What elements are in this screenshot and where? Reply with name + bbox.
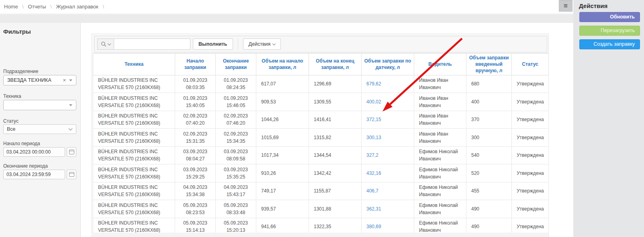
cell-vol-sensor-link[interactable]: 327,2 [362, 146, 414, 164]
cell-start: 02.09.2023 15:31:35 [175, 129, 216, 147]
cell-start: 05.09.2023 08:23:53 [175, 200, 216, 218]
chevron-down-icon [69, 127, 73, 131]
cell-vol-end: 1301,88 [309, 200, 362, 218]
filters-title: Фильтры [3, 28, 31, 35]
cell-technika: BÜHLER INDUSTRIES INC VERSATILE 570 (216… [93, 164, 175, 182]
calendar-icon [69, 150, 74, 154]
refuel-table: Техника Начало заправки Окончание заправ… [93, 53, 549, 236]
breadcrumb-reports[interactable]: Отчеты [28, 4, 46, 10]
period-start-calendar-button[interactable] [67, 147, 76, 157]
clear-icon[interactable]: ✕ [60, 78, 69, 83]
cell-status: Утверждена [512, 182, 549, 200]
cell-technika: BÜHLER INDUSTRIES INC VERSATILE 570 (216… [93, 129, 175, 147]
toolbar-divider [238, 38, 238, 50]
cell-start: 01.09.2023 08:03:35 [175, 75, 216, 93]
table-row: BÜHLER INDUSTRIES INC VERSATILE 570 (216… [93, 146, 549, 164]
table-row: BÜHLER INDUSTRIES INC VERSATILE 570 (216… [93, 164, 549, 182]
cell-vol-manual: 680 [466, 75, 512, 93]
col-vol-sensor[interactable]: Объем заправки по датчику, л [362, 54, 414, 75]
search-icon [101, 41, 107, 47]
cell-technika: BÜHLER INDUSTRIES INC VERSATILE 570 (216… [93, 182, 175, 200]
breadcrumb-separator: \ [22, 4, 24, 10]
col-driver[interactable]: Водитель [414, 54, 466, 75]
cell-technika: BÜHLER INDUSTRIES INC VERSATILE 570 (216… [93, 200, 175, 218]
breadcrumb: Home \ Отчеты \ Журнал заправок \ [4, 4, 107, 10]
col-vol-start[interactable]: Объем на начало заправки, л [256, 54, 309, 75]
division-select[interactable]: ЗВЕЗДА ТЕХНИКА ✕ [3, 75, 76, 85]
cell-vol-sensor-link[interactable]: 679,62 [362, 75, 414, 93]
cell-status: Утверждена [512, 75, 549, 93]
breadcrumb-home[interactable]: Home [4, 4, 18, 10]
period-end-input[interactable] [3, 170, 65, 179]
cell-vol-sensor-link[interactable]: 432,16 [362, 164, 414, 182]
cell-status: Утверждена [512, 164, 549, 182]
cell-vol-end: 1416,41 [309, 111, 362, 129]
chevron-down-icon [108, 42, 111, 45]
cell-vol-manual: 300 [466, 129, 512, 147]
table-header-row: Техника Начало заправки Окончание заправ… [93, 54, 549, 75]
cell-vol-sensor-link[interactable]: 372,15 [362, 111, 414, 129]
status-value: Все [4, 126, 69, 132]
table-row: BÜHLER INDUSTRIES INC VERSATILE 570 (216… [93, 93, 549, 111]
breadcrumb-refuel-log[interactable]: Журнал заправок [56, 4, 98, 10]
col-status[interactable]: Статус [512, 54, 549, 75]
cell-driver: Ефимов Николай Иванович [414, 182, 466, 200]
status-label: Статус [3, 118, 18, 124]
cell-vol-sensor-link[interactable]: 406,7 [362, 182, 414, 200]
period-start-input[interactable] [3, 147, 65, 157]
cell-vol-end: 1309,55 [309, 93, 362, 111]
cell-driver: Ефимов Николай Иванович [414, 200, 466, 218]
cell-vol-sensor-link[interactable]: 300,13 [362, 129, 414, 147]
cell-vol-manual: 490 [466, 200, 512, 218]
cell-start: 03.09.2023 08:04:27 [175, 146, 216, 164]
status-select[interactable]: Все [3, 124, 76, 134]
cell-vol-end: 1315,82 [309, 129, 362, 147]
technika-select[interactable] [3, 100, 76, 110]
cell-status: Утверждена [512, 93, 549, 111]
actions-panel-title: Действия [579, 2, 607, 9]
col-start[interactable]: Начало заправки [175, 54, 216, 75]
cell-driver: Иванов Иван Иванович [414, 75, 466, 93]
cell-vol-end: 1296,69 [309, 75, 362, 93]
table-row: BÜHLER INDUSTRIES INC VERSATILE 570 (216… [93, 200, 549, 218]
reload-button[interactable]: Перезагрузить [579, 26, 640, 36]
cell-status: Утверждена [512, 146, 549, 164]
cell-vol-end: 1155,87 [309, 182, 362, 200]
table-row: BÜHLER INDUSTRIES INC VERSATILE 570 (216… [93, 129, 549, 147]
cell-vol-manual: 400 [466, 93, 512, 111]
cell-vol-end: 1342,42 [309, 164, 362, 182]
cell-vol-sensor-link[interactable]: 400,02 [362, 93, 414, 111]
breadcrumb-separator: \ [50, 4, 52, 10]
cell-status: Утверждена [512, 200, 549, 218]
cell-driver: Иванов Иван Иванович [414, 129, 466, 147]
col-end[interactable]: Окончание заправки [216, 54, 256, 75]
cell-end: 03.09.2023 15:35:25 [216, 164, 256, 182]
period-end-calendar-button[interactable] [67, 170, 76, 179]
cell-vol-manual: 370 [466, 111, 512, 129]
cell-technika: BÜHLER INDUSTRIES INC VERSATILE 570 (216… [93, 146, 175, 164]
actions-panel: Действия Обновить Перезагрузить Создать … [573, 0, 644, 237]
col-vol-manual[interactable]: Объем заправки введенный вручную, л [466, 54, 512, 75]
cell-start: 02.09.2023 07:40:20 [175, 111, 216, 129]
cell-driver: Ефимов Николай Иванович [414, 146, 466, 164]
calendar-icon [69, 172, 74, 177]
cell-vol-sensor-link[interactable]: 362,31 [362, 200, 414, 218]
table-footer-strip [93, 233, 548, 237]
menu-icon[interactable]: ≡ [559, 0, 572, 12]
create-refuel-button[interactable]: Создать заправку [579, 39, 640, 49]
col-vol-end[interactable]: Объем на конец заправки, л [309, 54, 362, 75]
col-technika[interactable]: Техника [93, 54, 175, 75]
breadcrumb-bar: Home \ Отчеты \ Журнал заправок \ [0, 0, 573, 14]
filters-sidebar: Фильтры Подразделение ЗВЕЗДА ТЕХНИКА ✕ Т… [0, 23, 81, 237]
actions-menu-button[interactable]: Действия [243, 38, 281, 50]
cell-vol-manual: 520 [466, 164, 512, 182]
search-options-button[interactable] [97, 38, 114, 50]
refresh-button[interactable]: Обновить [579, 12, 640, 22]
cell-technika: BÜHLER INDUSTRIES INC VERSATILE 570 (216… [93, 75, 175, 93]
execute-button[interactable]: Выполнить [193, 38, 233, 50]
header-band [0, 14, 573, 23]
search-input[interactable] [114, 38, 190, 50]
period-end-label: Окончание периода [3, 163, 48, 169]
period-start-label: Начало периода [3, 141, 40, 146]
cell-start: 04.09.2023 15:34:38 [175, 182, 216, 200]
